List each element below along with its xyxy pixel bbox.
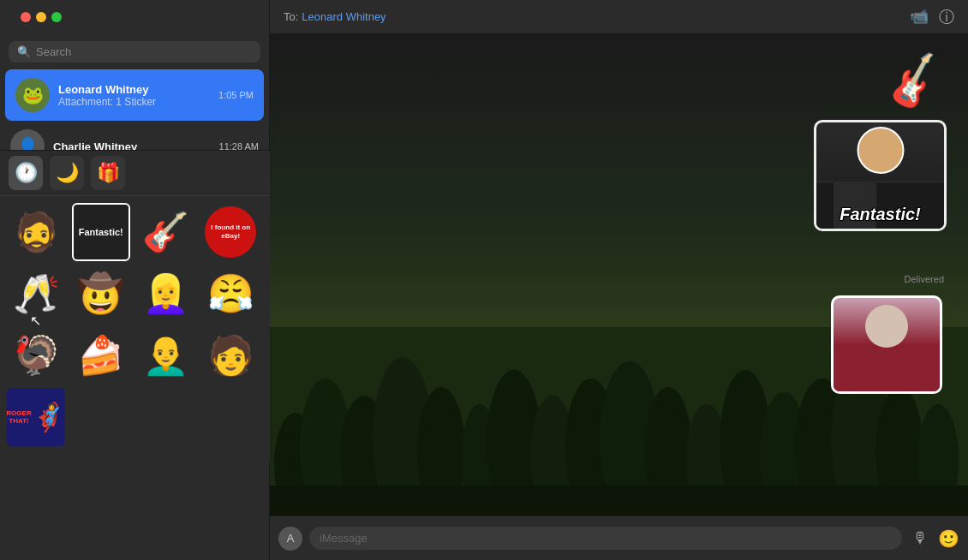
conv-name-leonard: Leonard Whitney: [58, 83, 210, 96]
sticker-tab-pkg[interactable]: 🎁: [91, 156, 125, 190]
video-call-icon[interactable]: 📹: [910, 7, 929, 27]
audio-button[interactable]: 🎙: [912, 529, 928, 547]
sticker-tab-recent[interactable]: 🕐: [9, 156, 43, 190]
chat-sticker-picard: [831, 295, 951, 398]
app-store-icon: A: [287, 532, 295, 545]
search-input[interactable]: [36, 45, 252, 58]
search-icon: 🔍: [17, 45, 31, 58]
app-store-button[interactable]: A: [278, 527, 302, 551]
chat-messages: 🎸 Fantastic! Delivered: [270, 34, 968, 515]
sticker-captain-america[interactable]: ROGER THAT! 🦸: [7, 388, 65, 446]
input-bar: A 🎙 🙂: [270, 515, 968, 560]
info-icon[interactable]: ⓘ: [939, 7, 954, 27]
sticker-cake[interactable]: 🍰: [72, 326, 130, 384]
cursor-indicator: ↖: [30, 313, 41, 329]
message-input-wrap: [309, 527, 902, 550]
message-input[interactable]: [320, 532, 892, 545]
sidebar-titlebar: ✏: [0, 0, 269, 34]
emoji-button[interactable]: 🙂: [938, 528, 959, 549]
to-label: To:: [284, 10, 298, 23]
chat-recipient-name[interactable]: Leonard Whitney: [302, 10, 385, 23]
conv-preview-leonard: Attachment: 1 Sticker: [58, 96, 210, 108]
sticker-blond-woman[interactable]: 👱‍♀️: [137, 265, 195, 323]
chat-header-icons: 📹 ⓘ: [910, 7, 954, 27]
sticker-captain-label: ROGER THAT!: [7, 409, 32, 425]
conv-time-leonard: 1:05 PM: [218, 90, 254, 100]
delivered-label: Delivered: [905, 274, 944, 284]
minimize-button[interactable]: [36, 12, 46, 22]
chat-header-to: To: Leonard Whitney: [284, 10, 386, 23]
sticker-person-hoodie[interactable]: 🧑: [201, 326, 260, 384]
chat-header: To: Leonard Whitney 📹 ⓘ: [270, 0, 968, 34]
ebay-sticker-inner: I found it on eBay!: [205, 206, 256, 258]
sticker-angry-man[interactable]: 😤: [201, 265, 260, 323]
fantastic-text: Fantastic!: [816, 205, 944, 224]
sticker-tabs: 🕐 🌙 🎁: [0, 151, 270, 196]
sticker-cowboy[interactable]: 🤠: [72, 265, 130, 323]
close-button[interactable]: [21, 12, 31, 22]
sidebar: ✏ 🔍 🐸 Leonard Whitney Attachment: 1 Stic…: [0, 0, 270, 560]
sticker-fantastic[interactable]: Fantastic!: [72, 203, 130, 261]
sticker-panel: 🕐 🌙 🎁 🧔 Fantastic! 🎸 I found it on eBay!…: [0, 150, 270, 462]
avatar-leonard: 🐸: [15, 78, 50, 112]
sticker-turkey[interactable]: 🦃: [7, 326, 65, 384]
traffic-lights: [21, 12, 62, 22]
fullscreen-button[interactable]: [51, 12, 62, 22]
sticker-person-bald[interactable]: 👨‍🦲: [137, 326, 195, 384]
search-bar: 🔍: [9, 41, 260, 63]
sticker-guitar[interactable]: 🎸: [137, 203, 195, 261]
sticker-ebay[interactable]: I found it on eBay!: [201, 203, 260, 261]
conv-info-leonard: Leonard Whitney Attachment: 1 Sticker: [58, 83, 210, 108]
sticker-fantastic-label: Fantastic!: [79, 227, 123, 237]
svg-rect-19: [270, 486, 968, 515]
conversation-item-leonard[interactable]: 🐸 Leonard Whitney Attachment: 1 Sticker …: [5, 69, 264, 121]
chat-sticker-fantastic: Fantastic!: [814, 120, 955, 231]
chat-area: To: Leonard Whitney 📹 ⓘ: [270, 0, 968, 560]
sticker-tab-moon[interactable]: 🌙: [50, 156, 84, 190]
sticker-bald-man[interactable]: 🧔: [7, 203, 65, 261]
